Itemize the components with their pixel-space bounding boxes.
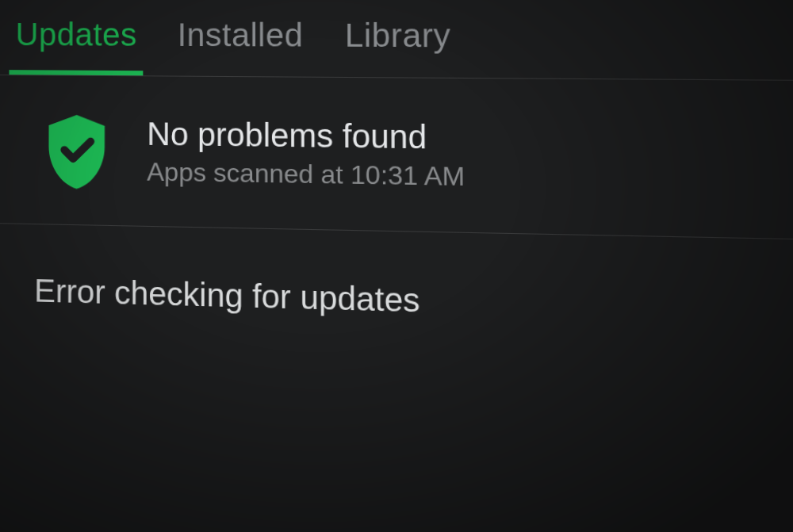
tab-installed[interactable]: Installed [178,17,304,76]
scan-status-title: No problems found [147,116,793,162]
tab-bar: Updates Installed Library [0,0,793,82]
tab-updates[interactable]: Updates [15,17,136,75]
tab-library[interactable]: Library [345,17,451,78]
update-error-row: Error checking for updates [0,224,793,369]
scan-status-subtitle: Apps scanned at 10:31 AM [147,157,793,198]
update-error-text: Error checking for updates [34,273,793,331]
scan-status-row: No problems found Apps scanned at 10:31 … [0,75,793,243]
shield-check-icon [35,108,119,193]
